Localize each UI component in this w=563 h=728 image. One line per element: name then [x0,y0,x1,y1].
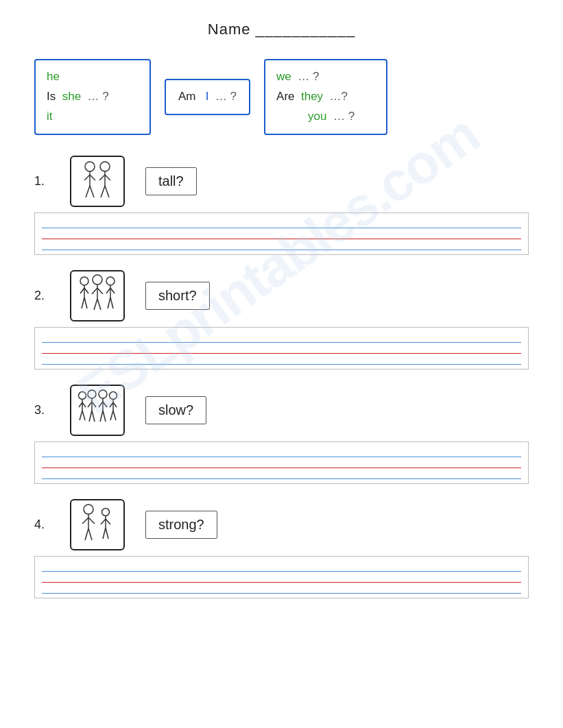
svg-line-57 [88,518,95,524]
grammar-box-am: Am I … ? [165,79,250,115]
writing-lines-2 [34,327,529,369]
suffix-you: … ? [330,110,355,123]
svg-line-3 [90,175,95,180]
line-red-4 [42,572,521,583]
subject-i: I [206,90,209,103]
svg-line-15 [84,288,88,293]
name-header: Name ___________ [34,21,529,38]
svg-line-9 [105,175,110,180]
line-red-1 [42,228,521,239]
suffix-2: … ? [212,90,237,103]
svg-line-44 [99,402,103,407]
svg-line-46 [100,411,103,422]
svg-line-27 [110,288,115,293]
svg-line-53 [113,411,116,420]
svg-line-23 [97,299,101,310]
svg-point-30 [79,392,86,400]
svg-point-42 [99,390,107,398]
subject-she: she [62,90,81,103]
suffix-we: … ? [295,70,320,83]
line-blue-3a [42,446,521,457]
svg-line-2 [84,175,90,180]
svg-line-29 [110,298,113,308]
figure-svg-1 [75,160,120,202]
svg-line-47 [103,411,106,422]
word-box-2: short? [145,282,210,310]
exercise-2: 2. [34,270,529,369]
line-blue-3b [42,468,521,479]
svg-line-59 [88,529,92,540]
svg-line-35 [82,411,85,420]
line-red-3 [42,457,521,468]
svg-line-14 [80,288,84,293]
svg-point-12 [80,277,88,285]
svg-line-38 [88,402,92,407]
line-red-2 [42,343,521,354]
exercise-number-2: 2. [34,289,49,303]
svg-line-41 [92,411,95,422]
subject-he: he [47,70,60,83]
exercise-3: 3. [34,385,529,484]
word-box-3: slow? [145,396,206,424]
subject-we: we [276,70,291,83]
svg-line-45 [103,402,107,407]
svg-line-17 [84,298,87,308]
svg-point-6 [100,162,110,171]
watermark: ESLprintables.com [66,103,490,426]
figure-svg-3 [75,389,120,431]
svg-point-48 [110,392,117,400]
svg-line-52 [110,411,113,420]
picture-box-2 [70,270,125,321]
svg-point-18 [93,275,102,284]
exercise-number-4: 4. [34,518,49,532]
exercise-1: 1. tall? [34,156,529,255]
grammar-box-is: he Is she … ? it [34,59,151,135]
svg-line-56 [82,518,88,524]
svg-line-20 [92,288,97,294]
word-box-1: tall? [145,167,197,195]
svg-line-58 [85,529,88,540]
svg-line-8 [99,175,105,180]
svg-line-5 [90,186,94,197]
svg-line-64 [103,528,106,539]
svg-line-22 [94,299,97,310]
grammar-boxes-row: he Is she … ? it Am I … ? we … ? Are the… [34,59,529,135]
svg-line-63 [106,519,110,524]
svg-line-11 [105,186,109,197]
subject-you: you [308,110,326,123]
figure-svg-4 [75,503,120,546]
svg-line-65 [106,528,108,539]
verb-is: Is [47,90,59,103]
writing-lines-3 [34,441,529,484]
subject-it: it [47,110,53,123]
svg-line-26 [106,288,110,293]
svg-point-24 [106,277,115,285]
verb-am: Am [178,90,202,103]
svg-line-39 [92,402,96,407]
svg-line-10 [101,186,105,197]
picture-box-1 [70,156,125,207]
grammar-box-are: we … ? Are they …? you … ? [264,59,387,135]
writing-lines-4 [34,556,529,598]
word-box-4: strong? [145,511,217,539]
svg-line-21 [97,288,103,294]
suffix-they: …? [326,90,348,103]
exercise-number-1: 1. [34,174,49,189]
exercise-4: 4. strong? [34,499,529,598]
line-blue-1a [42,217,521,228]
exercise-number-3: 3. [34,403,49,417]
svg-line-40 [89,411,92,422]
svg-line-62 [101,519,106,524]
svg-point-54 [84,505,93,514]
line-blue-4b [42,583,521,594]
svg-line-4 [86,186,90,197]
svg-line-34 [80,411,82,420]
subject-they: they [301,90,323,103]
line-blue-2a [42,332,521,343]
svg-line-16 [82,298,84,308]
svg-point-60 [102,509,110,516]
svg-point-0 [85,162,95,171]
picture-box-4 [70,499,125,550]
suffix-1: … ? [84,90,109,103]
svg-point-36 [88,390,96,398]
